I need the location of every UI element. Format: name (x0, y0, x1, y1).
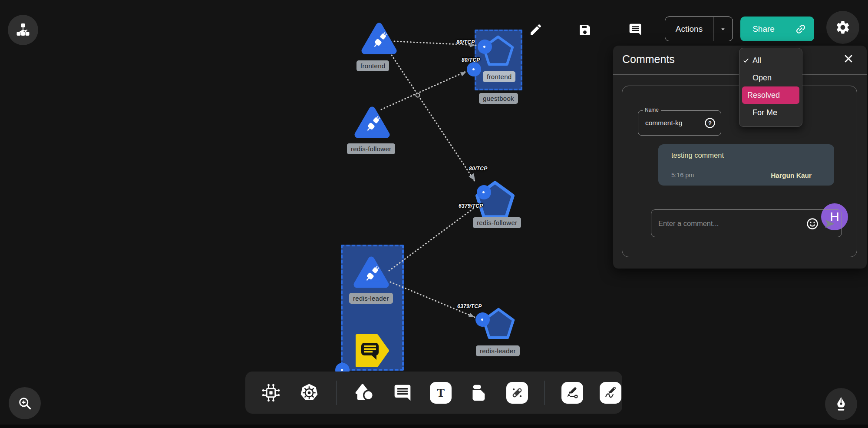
comment-item[interactable]: testing comment 5:16 pm Hargun Kaur (658, 144, 834, 186)
architecture-tool[interactable] (260, 382, 282, 404)
draw-tool[interactable] (600, 382, 621, 404)
bottom-toolbar: T (245, 372, 622, 414)
toolbar-divider (545, 381, 545, 405)
edge-label: 80/TCP (462, 57, 480, 63)
filter-item-open[interactable]: Open (739, 69, 802, 86)
panel-title: Comments (622, 53, 675, 66)
comment-author: Hargun Kaur (771, 172, 812, 179)
edge-label: 80/TCP (456, 39, 475, 45)
send-icon[interactable] (823, 218, 836, 230)
filter-item-all[interactable]: All (739, 52, 802, 69)
node-frontend-deployment[interactable] (361, 21, 397, 56)
text-tool[interactable]: T (430, 382, 452, 404)
comment-tool-icon (393, 383, 413, 402)
node-label: redis-leader (349, 293, 393, 304)
node-label: frontend (356, 60, 389, 71)
comment-text: testing comment (671, 151, 724, 159)
emoji-icon[interactable] (806, 217, 819, 230)
comments-filter-menu: All Open Resolved For Me (739, 48, 802, 127)
filter-item-for-me[interactable]: For Me (739, 104, 802, 121)
node-label: redis-follower (473, 217, 521, 228)
toolbar-divider (337, 381, 337, 405)
svg-text:?: ? (708, 120, 712, 126)
service-port-ball[interactable] (477, 185, 491, 199)
name-field[interactable]: Name comment-kg ? (638, 110, 721, 136)
connector-tool-icon (509, 385, 525, 401)
connector-tool[interactable] (506, 382, 528, 404)
comment-time: 5:16 pm (671, 172, 694, 179)
node-label: redis-leader (476, 345, 520, 356)
check-icon (743, 57, 749, 64)
frame-tool[interactable] (468, 382, 490, 404)
pen-tool-icon (564, 385, 580, 401)
kubernetes-tool[interactable] (298, 382, 320, 404)
comment-composer (651, 209, 842, 237)
draw-tool-icon (603, 385, 618, 401)
comment-tool[interactable] (392, 382, 413, 404)
filter-item-resolved[interactable]: Resolved (742, 86, 799, 104)
node-label: redis-follower (347, 143, 395, 154)
edge-label: 80/TCP (469, 166, 487, 172)
svg-text:T: T (437, 386, 445, 399)
service-port-ball[interactable] (467, 62, 481, 76)
node-label: frontend (483, 71, 515, 82)
shapes-tool-icon (354, 383, 374, 403)
node-redis-follower-deployment[interactable] (354, 105, 390, 139)
service-port-ball[interactable] (478, 40, 492, 54)
pen-tool[interactable] (561, 382, 583, 404)
edge-label: 6379/TCP (457, 303, 482, 309)
name-field-value: comment-kg (645, 111, 682, 135)
text-tool-icon: T (433, 385, 448, 400)
frame-tool-icon (469, 383, 489, 403)
kubernetes-tool-icon (299, 383, 319, 403)
group-label: guestbook (479, 93, 518, 104)
close-icon[interactable] (842, 53, 855, 65)
service-port-ball[interactable] (475, 312, 490, 327)
help-icon[interactable]: ? (704, 117, 716, 129)
node-redis-leader-deployment[interactable] (353, 255, 389, 289)
comment-marker-icon[interactable] (355, 334, 390, 368)
architecture-tool-icon (261, 383, 281, 402)
comment-input[interactable] (651, 210, 802, 237)
shapes-tool[interactable] (353, 382, 375, 404)
edge-label: 6379/TCP (459, 203, 483, 209)
